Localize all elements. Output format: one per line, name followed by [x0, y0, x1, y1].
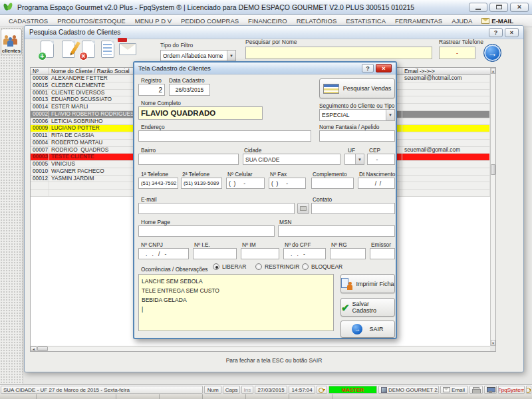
envelope-icon: [300, 206, 307, 211]
data-cadastro-input[interactable]: 26/03/2015: [169, 84, 210, 96]
dialog-body: Registro 2 Data Cadastro 26/03/2015 Pesq…: [134, 74, 396, 340]
im-input[interactable]: [241, 248, 279, 259]
app-logo-icon: [3, 3, 13, 12]
row-email: [402, 154, 490, 160]
observacoes-textarea[interactable]: LANCHE SEM SEBOLA TELE ENTREGA SEM CUSTO…: [138, 274, 334, 331]
bairro-input[interactable]: [138, 154, 239, 165]
search-go-button[interactable]: →: [483, 44, 501, 62]
close-icon: ×: [517, 3, 521, 11]
endereco-input[interactable]: [138, 130, 311, 142]
row-email: [402, 168, 490, 175]
send-mail-button[interactable]: [297, 203, 309, 214]
edit-record-button[interactable]: [61, 41, 78, 62]
contato-label: Contato: [313, 196, 332, 203]
menu-email[interactable]: E-MAIL: [477, 17, 518, 25]
radio-restringir[interactable]: RESTRINGIR: [255, 263, 299, 270]
msn-input[interactable]: [278, 225, 395, 237]
celular-input[interactable]: ( ) -: [226, 178, 265, 189]
maximize-button[interactable]: [489, 3, 508, 12]
complemento-label: Complemento: [313, 171, 347, 178]
imprimir-ficha-button[interactable]: Imprimir Ficha: [340, 274, 395, 293]
menu-relatorios[interactable]: RELATÓRIOS: [292, 17, 342, 25]
scroll-down-icon[interactable]: ▼: [491, 340, 495, 346]
delete-record-button[interactable]: ×: [80, 41, 98, 62]
row-email: [402, 132, 490, 139]
search-by-name-input[interactable]: [245, 47, 432, 59]
phone-trace-input[interactable]: -: [439, 47, 475, 59]
menu-cadastros[interactable]: CADASTROS: [4, 17, 53, 25]
product-icon: [381, 387, 387, 393]
dialog-close-button[interactable]: ×: [376, 64, 392, 72]
contato-input[interactable]: [311, 203, 395, 214]
menu-ferramentas[interactable]: FERRAMENTAS: [390, 17, 447, 25]
row-id: 00015: [31, 82, 49, 89]
print-list-button[interactable]: [100, 41, 117, 62]
status-product: DEMO GOURMET 2.0: [378, 386, 439, 394]
menu-produtos-estoque[interactable]: PRODUTOS/ESTOQUE: [53, 17, 130, 25]
filter-dropdown[interactable]: Ordem Alfabetica Nome ▼: [160, 50, 236, 61]
sidebar-clientes-button[interactable]: clientes: [1, 29, 22, 55]
cnpj-input[interactable]: . . / -: [138, 248, 189, 259]
sair-button[interactable]: → SAIR: [340, 321, 395, 338]
search-by-name-label: Pesquisar por Nome: [245, 39, 297, 45]
dt-nascimento-input[interactable]: / /: [358, 178, 395, 189]
col-header-email[interactable]: Email ->->->: [402, 68, 490, 74]
status-monitor[interactable]: [484, 386, 497, 394]
row-email: [402, 190, 490, 196]
radio-icon: [255, 263, 262, 270]
send-email-button[interactable]: [119, 41, 139, 62]
telefone2-input[interactable]: (51) 9139-5089: [181, 178, 222, 189]
row-email: [402, 104, 490, 110]
row-email: [402, 161, 490, 168]
menu-ajuda[interactable]: AJUDA: [447, 17, 477, 25]
key-icon: [319, 387, 325, 392]
status-printer[interactable]: [469, 386, 483, 394]
fax-input[interactable]: ( ) -: [269, 178, 306, 189]
row-email: [402, 140, 490, 146]
search-close-button[interactable]: ×: [505, 28, 519, 37]
radio-bloquear[interactable]: BLOQUEAR: [302, 263, 342, 270]
homepage-input[interactable]: [138, 225, 275, 237]
row-id: 00006: [31, 118, 49, 125]
pesquisar-vendas-button[interactable]: Pesquisar Vendas: [319, 78, 395, 98]
row-email: [402, 82, 490, 89]
seguimento-label: Seguimento do Cliente ou Tipo: [319, 102, 394, 109]
data-cadastro-label: Data Cadastro: [169, 77, 205, 84]
row-email: [402, 176, 490, 182]
col-header-id[interactable]: Nº: [31, 68, 49, 74]
status-email[interactable]: Email: [440, 386, 468, 394]
cidade-input[interactable]: SUA CIDADE: [243, 154, 340, 165]
salvar-cadastro-button[interactable]: ✔ Salvar Cadastro: [340, 298, 395, 317]
cep-input[interactable]: -: [367, 154, 395, 165]
radio-liberar[interactable]: LIBERAR: [213, 263, 246, 270]
horizontal-scrollbar[interactable]: ◄: [31, 346, 490, 351]
horizontal-scroll-thumb[interactable]: [37, 346, 48, 351]
telefone1-input[interactable]: (51) 3443-7592: [138, 178, 178, 189]
row-email: [402, 118, 490, 125]
menu-pdv[interactable]: MENU P D V: [130, 17, 176, 25]
new-record-button[interactable]: +: [39, 41, 57, 62]
cpf-input[interactable]: . . -: [283, 248, 326, 259]
close-button[interactable]: ×: [510, 3, 529, 12]
menu-estatistica[interactable]: ESTATISTICA: [341, 17, 390, 25]
search-help-button[interactable]: ?: [489, 28, 503, 37]
scroll-up-icon[interactable]: ▲: [491, 68, 495, 74]
emissor-input[interactable]: [370, 248, 395, 259]
nome-fantasia-input[interactable]: [319, 130, 395, 142]
ie-input[interactable]: [193, 248, 237, 259]
vertical-scrollbar[interactable]: ▲ ▼: [490, 68, 495, 346]
email-input[interactable]: [138, 203, 295, 214]
nome-completo-input[interactable]: FLAVIO QUADRADO: [138, 106, 263, 120]
vertical-scroll-thumb[interactable]: [491, 164, 495, 175]
scroll-left-icon[interactable]: ◄: [31, 346, 37, 351]
registro-input[interactable]: 2: [138, 84, 165, 96]
rg-input[interactable]: [330, 248, 366, 259]
uf-dropdown[interactable]: ▼: [344, 154, 364, 165]
menu-pedido-compras[interactable]: PEDIDO COMPRAS: [176, 17, 243, 25]
minimize-button[interactable]: [469, 3, 487, 12]
complemento-input[interactable]: [311, 178, 354, 189]
menu-financeiro[interactable]: FINANCEIRO: [243, 17, 292, 25]
endereco-label: Endereço: [141, 124, 165, 130]
dialog-help-button[interactable]: ?: [362, 64, 374, 72]
seguimento-dropdown[interactable]: ESPECIAL ▼: [319, 109, 395, 121]
